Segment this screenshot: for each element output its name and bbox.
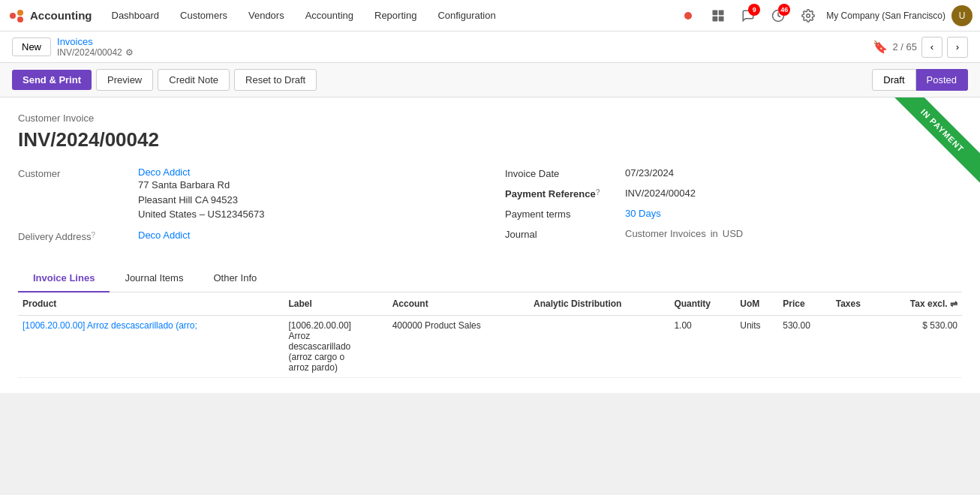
payment-ref-help-icon[interactable]: ? (596, 188, 600, 196)
product-link[interactable]: [1006.20.00.00] Arroz descascarillado (a… (23, 320, 197, 331)
cell-taxes (831, 315, 880, 377)
form-left: Customer Deco Addict 77 Santa Barbara Rd… (18, 166, 475, 250)
bookmark-icon[interactable]: 🔖 (873, 40, 888, 54)
customer-row: Customer Deco Addict 77 Santa Barbara Rd… (18, 166, 475, 222)
svg-rect-4 (719, 10, 724, 15)
breadcrumb-right: 🔖 2 / 65 ‹ › (873, 37, 968, 58)
journal-label: Journal (505, 227, 625, 240)
customer-link[interactable]: Deco Addict (138, 166, 190, 178)
invoice-date-row: Invoice Date 07/23/2024 (505, 166, 962, 179)
company-name[interactable]: My Company (San Francisco) (826, 10, 945, 21)
payment-terms-label: Payment terms (505, 207, 625, 220)
app-name: Accounting (30, 9, 92, 22)
grid-icon-btn[interactable] (706, 4, 730, 28)
tab-invoice-lines[interactable]: Invoice Lines (18, 265, 110, 292)
tab-journal-items[interactable]: Journal Items (110, 265, 198, 292)
prev-record-button[interactable]: ‹ (921, 37, 942, 58)
send-print-button[interactable]: Send & Print (12, 70, 92, 90)
cell-tax-excl: $ 530.00 (880, 315, 962, 377)
invoice-date-label: Invoice Date (505, 166, 625, 179)
payment-ref-row: Payment Reference ? INV/2024/00042 (505, 187, 962, 200)
payment-terms-value[interactable]: 30 Days (625, 208, 962, 219)
invoice-lines-table: Product Label Account Analytic Distribut… (18, 292, 962, 378)
user-avatar[interactable]: U (951, 5, 972, 26)
breadcrumb-left: New Invoices INV/2024/00042 ⚙ (12, 36, 134, 58)
breadcrumb-sub: INV/2024/00042 ⚙ (57, 47, 134, 58)
col-analytic: Analytic Distribution (529, 292, 669, 316)
nav-dashboard[interactable]: Dashboard (103, 0, 169, 32)
new-button[interactable]: New (12, 38, 51, 56)
delivery-help-icon[interactable]: ? (92, 231, 96, 239)
svg-rect-5 (713, 16, 718, 21)
credit-note-button[interactable]: Credit Note (158, 69, 230, 91)
draft-status-button[interactable]: Draft (872, 69, 915, 91)
delivery-address-row: Delivery Address ? Deco Addict (18, 230, 475, 242)
status-buttons: Draft Posted (872, 69, 968, 91)
journal-in-text: in (711, 228, 718, 239)
breadcrumb-parent-link[interactable]: Invoices (57, 36, 134, 47)
col-price: Price (778, 292, 831, 316)
wrench-icon (801, 9, 815, 22)
form-right: Invoice Date 07/23/2024 Payment Referenc… (505, 166, 962, 250)
svg-rect-3 (713, 10, 718, 15)
address-line2: Pleasant Hill CA 94523 (138, 193, 475, 208)
breadcrumb-current: INV/2024/00042 (57, 47, 122, 58)
invoice-form: Customer Deco Addict 77 Santa Barbara Rd… (18, 166, 962, 250)
address-line1: 77 Santa Barbara Rd (138, 178, 475, 193)
cell-quantity: 1.00 (669, 315, 735, 377)
activities-btn[interactable]: 46 (766, 4, 790, 28)
journal-value: Customer Invoices in USD (625, 228, 962, 239)
invoice-lines-table-container: Product Label Account Analytic Distribut… (18, 292, 962, 378)
col-account: Account (388, 292, 529, 316)
main-content: IN PAYMENT Customer Invoice INV/2024/000… (0, 98, 980, 393)
tabs: Invoice Lines Journal Items Other Info (18, 265, 962, 292)
reset-draft-button[interactable]: Reset to Draft (234, 69, 317, 91)
customer-address: 77 Santa Barbara Rd Pleasant Hill CA 945… (138, 178, 475, 222)
nav-reporting[interactable]: Reporting (365, 0, 425, 32)
next-record-button[interactable]: › (947, 37, 968, 58)
svg-point-8 (807, 14, 810, 17)
gear-icon[interactable]: ⚙ (125, 47, 134, 58)
preview-button[interactable]: Preview (96, 69, 153, 91)
table-row: [1006.20.00.00] Arroz descascarillado (a… (18, 315, 962, 377)
odoo-logo-icon (8, 7, 26, 25)
payment-ref-label: Payment Reference ? (505, 187, 625, 200)
table-header-row: Product Label Account Analytic Distribut… (18, 292, 962, 316)
payment-terms-row: Payment terms 30 Days (505, 207, 962, 220)
col-product: Product (18, 292, 284, 316)
cell-price: 530.00 (778, 315, 831, 377)
column-adjust-icon[interactable]: ⇌ (950, 298, 957, 309)
breadcrumb-bar: New Invoices INV/2024/00042 ⚙ 🔖 2 / 65 ‹… (0, 32, 980, 63)
cell-label: [1006.20.00.00] Arroz descascarillado (a… (284, 315, 388, 377)
nav-configuration[interactable]: Configuration (428, 0, 504, 32)
cell-uom: Units (735, 315, 778, 377)
cell-account: 400000 Product Sales (388, 315, 529, 377)
address-line3: United States – US12345673 (138, 207, 475, 222)
journal-currency[interactable]: USD (723, 228, 743, 239)
journal-row: Journal Customer Invoices in USD (505, 227, 962, 240)
customer-value: Deco Addict 77 Santa Barbara Rd Pleasant… (138, 166, 475, 222)
posted-status-button[interactable]: Posted (916, 69, 968, 91)
svg-point-0 (10, 13, 16, 19)
delivery-address-link[interactable]: Deco Addict (138, 230, 190, 241)
nav-vendors[interactable]: Vendors (239, 0, 293, 32)
svg-point-1 (17, 10, 23, 16)
tab-other-info[interactable]: Other Info (198, 265, 272, 292)
app-logo[interactable]: Accounting (8, 7, 92, 25)
messages-badge: 9 (748, 4, 760, 16)
activities-badge: 46 (778, 4, 790, 16)
top-navigation: Accounting Dashboard Customers Vendors A… (0, 0, 980, 32)
col-uom: UoM (735, 292, 778, 316)
nav-accounting[interactable]: Accounting (296, 0, 362, 32)
messages-btn[interactable]: 9 (736, 4, 760, 28)
settings-btn[interactable] (796, 4, 820, 28)
record-btn[interactable] (676, 4, 700, 28)
delivery-address-value: Deco Addict (138, 230, 475, 242)
col-quantity: Quantity (669, 292, 735, 316)
grid-icon (711, 9, 725, 22)
page-counter: 2 / 65 (892, 41, 917, 52)
col-tax-excl: Tax excl. ⇌ (880, 292, 962, 316)
nav-customers[interactable]: Customers (171, 0, 236, 32)
nav-right-section: 9 46 My Company (San Francisco) U (676, 4, 972, 28)
cell-analytic (529, 315, 669, 377)
